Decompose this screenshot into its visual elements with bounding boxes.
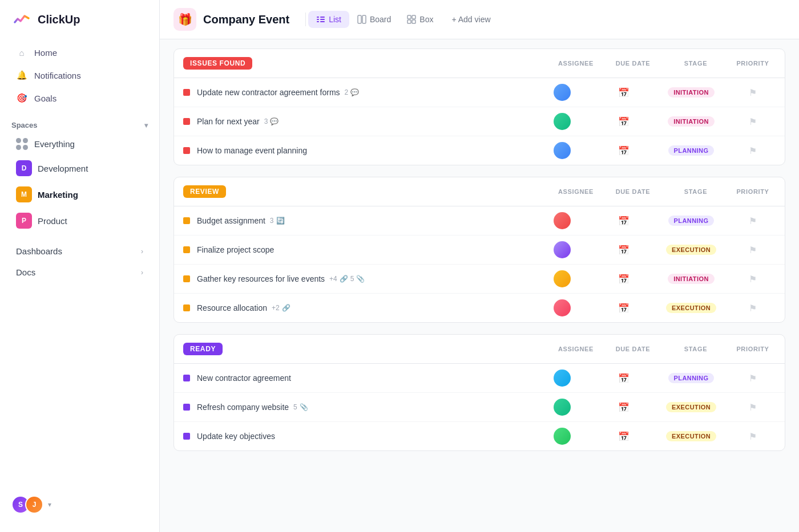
calendar-icon: 📅 (618, 116, 629, 127)
task-duedate[interactable]: 📅 (595, 402, 652, 413)
calendar-icon: 📅 (618, 303, 629, 314)
group-header-ready: READY ASSIGNEE DUE DATE STAGE PRIORITY (174, 335, 785, 364)
sidebar-item-notifications[interactable]: 🔔 Notifications (5, 64, 155, 87)
main-content: 🎁 Company Event List Board (160, 0, 799, 532)
table-row[interactable]: Refresh company website 5 📎 📅 EXECUTION (174, 393, 785, 422)
calendar-icon: 📅 (618, 274, 629, 285)
task-duedate[interactable]: 📅 (595, 216, 652, 226)
flag-icon: ⚑ (749, 116, 757, 127)
task-assignee (534, 241, 591, 258)
task-duedate[interactable]: 📅 (595, 431, 652, 442)
task-priority: ⚑ (730, 216, 776, 226)
avatar (554, 399, 571, 416)
svg-rect-9 (407, 15, 411, 19)
task-duedate[interactable]: 📅 (595, 373, 652, 384)
flag-icon: ⚑ (749, 145, 757, 156)
content-area: ISSUES FOUND ASSIGNEE DUE DATE STAGE PRI… (160, 39, 799, 532)
table-row[interactable]: Plan for next year 3 💬 📅 INITIATION ⚑ (174, 107, 785, 136)
task-assignee (534, 399, 591, 416)
tab-list[interactable]: List (308, 11, 349, 28)
avatar (554, 428, 571, 445)
add-view-button[interactable]: + Add view (443, 11, 498, 28)
sidebar-item-notifications-label: Notifications (34, 71, 81, 80)
task-name-text: New contractor agreement (197, 373, 291, 383)
task-name-text: How to manage event planning (197, 146, 307, 155)
sidebar-item-product[interactable]: P Product (5, 208, 155, 234)
task-assignee (534, 212, 591, 229)
task-bullet (183, 147, 190, 154)
badge-issues-found: ISSUES FOUND (183, 57, 252, 70)
task-priority: ⚑ (730, 431, 776, 442)
table-row[interactable]: Update key objectives 📅 EXECUTION ⚑ (174, 422, 785, 450)
sidebar-item-docs[interactable]: Docs › (5, 262, 155, 283)
stage-badge: EXECUTION (666, 245, 716, 255)
add-view-label: + Add view (451, 15, 490, 24)
logo-area: ClickUp (0, 9, 159, 41)
task-bullet (183, 433, 190, 440)
task-duedate[interactable]: 📅 (595, 87, 652, 98)
task-name: Update new contractor agreement forms 2 … (197, 88, 529, 97)
flag-icon: ⚑ (749, 303, 757, 314)
task-assignee (534, 369, 591, 387)
tab-list-label: List (329, 15, 341, 24)
attach-icon: 📎 (356, 275, 365, 283)
table-row[interactable]: How to manage event planning 📅 PLANNING … (174, 136, 785, 165)
spaces-label: Spaces (11, 121, 38, 129)
table-row[interactable]: Gather key resources for live events +4 … (174, 265, 785, 294)
sidebar-item-goals[interactable]: 🎯 Goals (5, 87, 155, 109)
spaces-chevron-icon: ▾ (144, 121, 148, 129)
task-meta: 3 💬 (264, 117, 279, 125)
product-icon: P (16, 213, 32, 229)
task-stage: INITIATION (657, 116, 725, 127)
task-name-text: Budget assignment (197, 216, 265, 225)
task-assignee (534, 142, 591, 159)
sidebar-item-dashboards-label: Dashboards (16, 246, 62, 256)
svg-rect-1 (317, 17, 319, 18)
col-header-priority-2: PRIORITY (730, 188, 776, 195)
svg-rect-3 (317, 19, 319, 20)
task-name: Resource allocation +2 🔗 (197, 303, 529, 312)
task-name: How to manage event planning (197, 146, 529, 155)
task-name-text: Resource allocation (197, 303, 267, 312)
task-duedate[interactable]: 📅 (595, 303, 652, 314)
sidebar-item-everything-label: Everything (34, 139, 75, 149)
table-row[interactable]: Update new contractor agreement forms 2 … (174, 78, 785, 107)
calendar-icon: 📅 (618, 402, 629, 413)
comment-count: 3 (264, 117, 268, 125)
col-header-duedate-1: DUE DATE (604, 60, 661, 67)
task-stage: EXECUTION (657, 431, 725, 441)
task-stage: INITIATION (657, 274, 725, 284)
task-duedate[interactable]: 📅 (595, 245, 652, 255)
task-priority: ⚑ (730, 116, 776, 127)
tab-board[interactable]: Board (349, 11, 399, 28)
sidebar-item-development[interactable]: D Development (5, 155, 155, 181)
page-title: Company Event (203, 13, 289, 26)
sidebar-item-marketing[interactable]: M Marketing (5, 181, 155, 208)
task-name-text: Gather key resources for live events (197, 274, 325, 283)
task-name: Budget assignment 3 🔄 (197, 216, 529, 225)
user-menu-chevron-icon[interactable]: ▾ (48, 501, 51, 509)
task-duedate[interactable]: 📅 (595, 116, 652, 127)
stage-badge: INITIATION (668, 116, 715, 127)
col-header-stage-1: STAGE (661, 60, 730, 67)
task-duedate[interactable]: 📅 (595, 145, 652, 156)
sidebar-item-everything[interactable]: Everything (5, 133, 155, 155)
task-assignee (534, 84, 591, 101)
avatar (554, 299, 571, 316)
task-duedate[interactable]: 📅 (595, 274, 652, 285)
sidebar-item-home[interactable]: ⌂ Home (5, 41, 155, 64)
svg-rect-2 (320, 17, 325, 18)
table-row[interactable]: Budget assignment 3 🔄 📅 PLANNING ⚑ (174, 206, 785, 235)
table-row[interactable]: New contractor agreement 📅 PLANNING ⚑ (174, 364, 785, 393)
task-priority: ⚑ (730, 245, 776, 255)
task-name: Refresh company website 5 📎 (197, 403, 529, 412)
task-name: New contractor agreement (197, 373, 529, 383)
task-bullet (183, 375, 190, 381)
task-name-text: Update key objectives (197, 432, 275, 441)
table-row[interactable]: Resource allocation +2 🔗 📅 EXECUTION ⚑ (174, 294, 785, 322)
clickup-logo-icon (11, 9, 32, 30)
sidebar-item-dashboards[interactable]: Dashboards › (5, 241, 155, 262)
table-row[interactable]: Finalize project scope 📅 EXECUTION ⚑ (174, 235, 785, 265)
app-name: ClickUp (38, 13, 80, 26)
tab-box[interactable]: Box (399, 11, 441, 28)
